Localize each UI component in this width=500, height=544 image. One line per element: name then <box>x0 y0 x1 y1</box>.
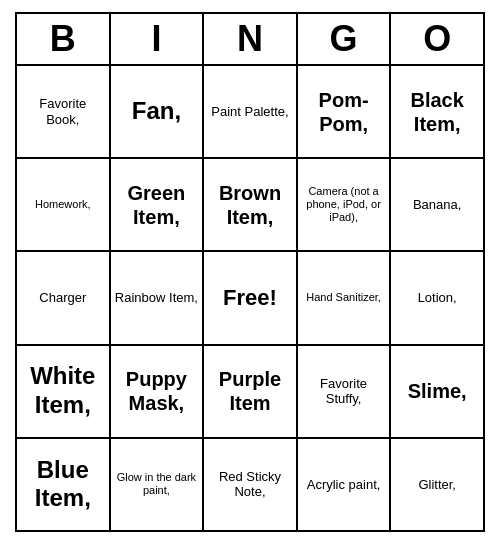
bingo-row: Favorite Book,Fan,Paint Palette,Pom-Pom,… <box>17 66 483 159</box>
bingo-row: White Item,Puppy Mask,Purple ItemFavorit… <box>17 346 483 439</box>
bingo-cell: Blue Item, <box>17 439 111 530</box>
bingo-cell: Red Sticky Note, <box>204 439 298 530</box>
bingo-cell: Favorite Stuffy, <box>298 346 392 437</box>
bingo-cell: Rainbow Item, <box>111 252 205 343</box>
bingo-row: ChargerRainbow Item,Free!Hand Sanitizer,… <box>17 252 483 345</box>
bingo-cell: Slime, <box>391 346 483 437</box>
bingo-cell: Fan, <box>111 66 205 157</box>
bingo-header: BINGO <box>17 14 483 66</box>
bingo-cell: Homework, <box>17 159 111 250</box>
bingo-row: Blue Item,Glow in the dark paint,Red Sti… <box>17 439 483 530</box>
bingo-cell: Paint Palette, <box>204 66 298 157</box>
bingo-cell: Glow in the dark paint, <box>111 439 205 530</box>
bingo-cell: Favorite Book, <box>17 66 111 157</box>
bingo-cell: Charger <box>17 252 111 343</box>
header-letter: I <box>111 14 205 64</box>
bingo-cell: Lotion, <box>391 252 483 343</box>
bingo-cell: Black Item, <box>391 66 483 157</box>
header-letter: O <box>391 14 483 64</box>
bingo-cell: Free! <box>204 252 298 343</box>
bingo-cell: Purple Item <box>204 346 298 437</box>
bingo-card: BINGO Favorite Book,Fan,Paint Palette,Po… <box>15 12 485 532</box>
bingo-cell: Banana, <box>391 159 483 250</box>
header-letter: N <box>204 14 298 64</box>
bingo-cell: White Item, <box>17 346 111 437</box>
bingo-grid: Favorite Book,Fan,Paint Palette,Pom-Pom,… <box>17 66 483 530</box>
header-letter: B <box>17 14 111 64</box>
bingo-cell: Glitter, <box>391 439 483 530</box>
header-letter: G <box>298 14 392 64</box>
bingo-cell: Brown Item, <box>204 159 298 250</box>
bingo-cell: Acrylic paint, <box>298 439 392 530</box>
bingo-cell: Hand Sanitizer, <box>298 252 392 343</box>
bingo-cell: Green Item, <box>111 159 205 250</box>
bingo-cell: Puppy Mask, <box>111 346 205 437</box>
bingo-cell: Camera (not a phone, iPod, or iPad), <box>298 159 392 250</box>
bingo-row: Homework,Green Item,Brown Item,Camera (n… <box>17 159 483 252</box>
bingo-cell: Pom-Pom, <box>298 66 392 157</box>
